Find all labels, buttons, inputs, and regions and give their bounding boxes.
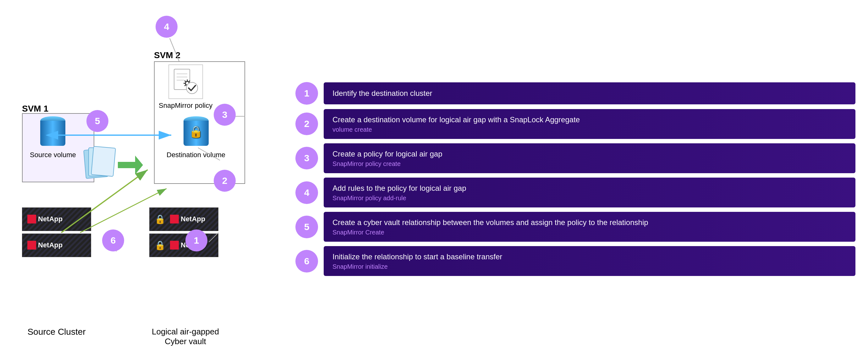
lock-server-icon-1: 🔒 [155, 214, 166, 225]
step-row-5: 5 Create a cyber vault relationship betw… [296, 212, 856, 242]
step-circle-1: 1 [296, 82, 318, 105]
step-card-4: Add rules to the policy for logical air … [324, 178, 856, 207]
step-num-4: 4 [304, 187, 310, 198]
step-card-5: Create a cyber vault relationship betwee… [324, 212, 856, 242]
svg-line-24 [80, 188, 166, 233]
step-subtitle-6: SnapMirror initialize [333, 263, 847, 270]
step-subtitle-4: SnapMirror policy add-rule [333, 195, 847, 202]
step-circle-6: 6 [296, 250, 318, 272]
step-circle-4: 4 [296, 181, 318, 204]
step-subtitle-3: SnapMirror policy create [333, 160, 847, 168]
step-row-2: 2 Create a destination volume for logica… [296, 109, 856, 139]
step-subtitle-5: SnapMirror Create [333, 229, 847, 236]
netapp-logo-1: NetApp [27, 215, 63, 223]
netapp-text-2: NetApp [38, 241, 63, 249]
netapp-logo-2: NetApp [27, 241, 63, 249]
step-title-1: Identify the destination cluster [333, 88, 847, 98]
diagram-num-4: 4 [156, 16, 178, 38]
step-card-2: Create a destination volume for logical … [324, 109, 856, 139]
step-title-4: Add rules to the policy for logical air … [333, 183, 847, 193]
diagram-section: SVM 1 Source volume SVM 2 [12, 12, 270, 346]
svg-line-27 [209, 233, 218, 242]
netapp-square-3 [170, 215, 179, 223]
step-row-1: 1 Identify the destination cluster [296, 82, 856, 105]
step-circle-2: 2 [296, 113, 318, 135]
netapp-square-1 [27, 215, 36, 223]
steps-section: 1 Identify the destination cluster 2 Cre… [289, 6, 856, 352]
diagram-num-1: 1 [185, 230, 208, 251]
lock-server-icon-2: 🔒 [155, 240, 166, 250]
step-title-2: Create a destination volume for logical … [333, 115, 847, 124]
diagram-num-2: 2 [214, 170, 236, 192]
step-num-5: 5 [304, 221, 310, 232]
step-circle-3: 3 [296, 147, 318, 170]
svg-line-28 [170, 38, 179, 61]
step-title-6: Initialize the relationship to start a b… [333, 252, 847, 262]
netapp-text-1: NetApp [38, 215, 63, 223]
diagram-num-5: 5 [86, 110, 108, 132]
svg-line-23 [61, 170, 148, 233]
step-circle-5: 5 [296, 216, 318, 238]
svg-line-26 [198, 148, 220, 160]
step-card-1: Identify the destination cluster [324, 82, 856, 105]
step-title-5: Create a cyber vault relationship betwee… [333, 217, 847, 227]
step-row-3: 3 Create a policy for logical air gap Sn… [296, 143, 856, 173]
main-container: SVM 1 Source volume SVM 2 [0, 0, 868, 358]
step-card-3: Create a policy for logical air gap Snap… [324, 143, 856, 173]
lock-icon: 🔒 [189, 125, 203, 138]
netapp-text-3: NetApp [181, 215, 205, 223]
diagram-num-6: 6 [102, 230, 124, 251]
step-num-1: 1 [304, 88, 310, 99]
step-card-6: Initialize the relationship to start a b… [324, 246, 856, 276]
step-row-4: 4 Add rules to the policy for logical ai… [296, 178, 856, 207]
netapp-square-2 [27, 241, 36, 249]
step-row-6: 6 Initialize the relationship to start a… [296, 246, 856, 276]
step-num-3: 3 [304, 153, 310, 163]
netapp-square-4 [170, 241, 179, 249]
netapp-logo-3: 🔒 NetApp [155, 214, 205, 225]
step-num-2: 2 [304, 119, 310, 129]
step-num-6: 6 [304, 256, 310, 267]
step-subtitle-2: volume create [333, 126, 847, 133]
step-title-3: Create a policy for logical air gap [333, 149, 847, 159]
diagram-num-3: 3 [214, 104, 236, 126]
